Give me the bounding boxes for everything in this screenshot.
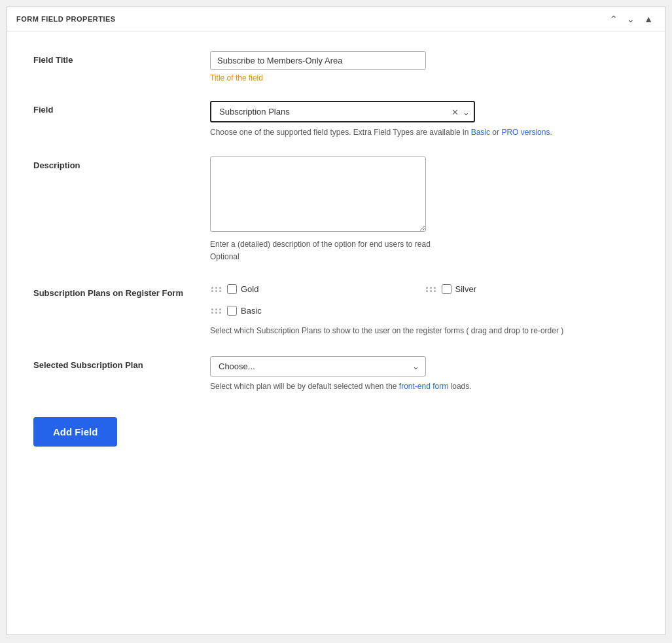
field-title-row: Field Title Title of the field <box>33 51 639 83</box>
description-row: Description Enter a (detailed) descripti… <box>33 156 639 263</box>
selected-plan-content: Choose... Gold Silver Basic ⌄ Select whi… <box>210 356 639 392</box>
drag-dot <box>434 287 436 289</box>
field-title-hint: Title of the field <box>210 73 639 83</box>
plan-name-basic: Basic <box>241 306 262 316</box>
drag-dot <box>430 287 432 289</box>
panel-title: FORM FIELD PROPERTIES <box>16 15 116 23</box>
add-field-button[interactable]: Add Field <box>33 417 117 447</box>
subscription-plans-label: Subscription Plans on Register Form <box>33 282 210 298</box>
field-hint-pro-link[interactable]: PRO versions <box>501 128 550 137</box>
drag-handle-gold[interactable] <box>210 285 223 293</box>
subscription-plans-content: Gold <box>210 282 639 337</box>
selected-plan-row: Selected Subscription Plan Choose... Gol… <box>33 356 639 392</box>
plan-name-gold: Gold <box>241 284 258 294</box>
selected-plan-hint-after: loads. <box>448 382 471 391</box>
plans-hint: Select which Subscription Plans to show … <box>210 325 639 337</box>
description-content: Enter a (detailed) description of the op… <box>210 156 639 263</box>
drag-dot <box>426 290 428 292</box>
field-title-content: Title of the field <box>210 51 639 83</box>
subscription-plans-row: Subscription Plans on Register Form <box>33 282 639 337</box>
selected-plan-hint: Select which plan will be by default sel… <box>210 380 639 392</box>
field-hint-after: . <box>550 128 552 137</box>
plans-grid: Gold <box>210 282 639 318</box>
drag-dot <box>426 287 428 289</box>
drag-dot <box>434 290 436 292</box>
drag-dot <box>215 308 217 310</box>
chevron-down-button[interactable]: ⌄ <box>624 12 637 26</box>
header-actions: ⌃ ⌄ ▲ <box>607 12 656 26</box>
field-title-input[interactable] <box>210 51 426 70</box>
selected-plan-hint-before: Select which plan will be by default sel… <box>210 382 399 391</box>
drag-handle-silver[interactable] <box>425 285 438 293</box>
drag-dots-gold <box>211 287 222 292</box>
drag-dot <box>219 290 221 292</box>
plan-name-silver: Silver <box>455 284 477 294</box>
plan-item-gold: Gold <box>210 282 425 297</box>
field-title-label: Field Title <box>33 51 210 65</box>
field-select[interactable]: Subscription Plans Text Email <box>210 101 475 122</box>
field-select-wrapper: Subscription Plans Text Email ✕ ⌄ <box>210 101 475 122</box>
panel-header: FORM FIELD PROPERTIES ⌃ ⌄ ▲ <box>7 7 665 31</box>
drag-dot <box>211 312 213 314</box>
selected-plan-label: Selected Subscription Plan <box>33 356 210 370</box>
chevron-up-button[interactable]: ⌃ <box>607 12 620 26</box>
description-hint-line2: Optional <box>210 252 239 261</box>
field-row: Field Subscription Plans Text Email ✕ ⌄ … <box>33 101 639 138</box>
drag-handle-basic[interactable] <box>210 307 223 315</box>
drag-dots-silver <box>426 287 436 292</box>
choose-select-wrapper: Choose... Gold Silver Basic ⌄ <box>210 356 426 377</box>
field-hint-between: or <box>490 128 501 137</box>
plan-checkbox-silver[interactable] <box>442 284 451 294</box>
drag-dot <box>211 308 213 310</box>
front-end-form-link[interactable]: front-end form <box>399 382 448 391</box>
plan-checkbox-gold[interactable] <box>227 284 237 294</box>
field-hint: Choose one of the supported field types.… <box>210 126 639 138</box>
field-hint-basic-link[interactable]: Basic <box>471 128 490 137</box>
plan-checkbox-basic[interactable] <box>227 306 237 316</box>
field-hint-before: Choose one of the supported field types.… <box>210 128 471 137</box>
drag-dots-basic <box>211 308 222 314</box>
drag-dot <box>219 308 221 310</box>
description-label: Description <box>33 156 210 170</box>
drag-dot <box>215 287 217 289</box>
plan-item-silver: Silver <box>425 282 639 297</box>
description-textarea[interactable] <box>210 156 426 232</box>
drag-dot <box>219 312 221 314</box>
drag-dot <box>430 290 432 292</box>
field-label: Field <box>33 101 210 115</box>
expand-button[interactable]: ▲ <box>641 12 656 26</box>
selected-plan-select[interactable]: Choose... Gold Silver Basic <box>210 356 426 377</box>
panel-body: Field Title Title of the field Field Sub… <box>7 31 665 473</box>
field-content: Subscription Plans Text Email ✕ ⌄ Choose… <box>210 101 639 138</box>
description-hint: Enter a (detailed) description of the op… <box>210 238 639 263</box>
drag-dot <box>219 287 221 289</box>
plan-item-basic: Basic <box>210 303 425 318</box>
drag-dot <box>211 290 213 292</box>
drag-dot <box>215 290 217 292</box>
drag-dot <box>211 287 213 289</box>
drag-dot <box>215 312 217 314</box>
description-hint-line1: Enter a (detailed) description of the op… <box>210 240 431 249</box>
form-field-properties-panel: FORM FIELD PROPERTIES ⌃ ⌄ ▲ Field Title … <box>7 7 665 635</box>
